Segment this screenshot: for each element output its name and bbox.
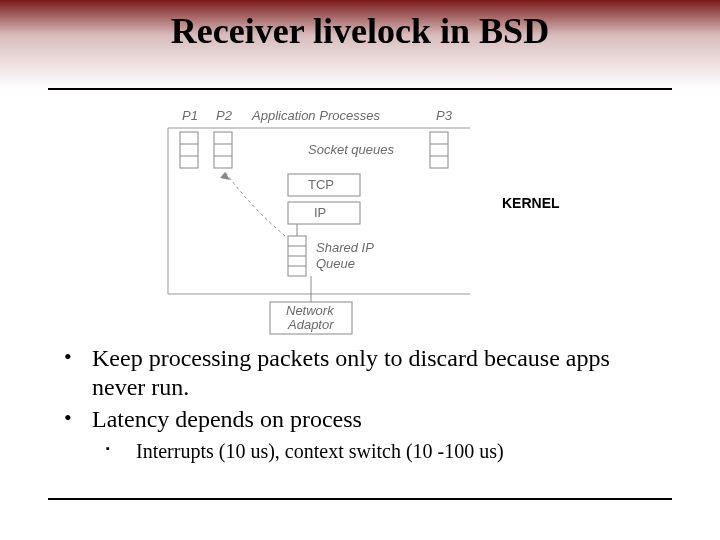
- label-p1: P1: [182, 108, 198, 123]
- label-tcp: TCP: [308, 177, 334, 192]
- bullet-item: Keep processing packets only to discard …: [58, 344, 668, 403]
- slide-header: Receiver livelock in BSD: [0, 0, 720, 88]
- kernel-diagram: P1 P2 Application Processes P3: [130, 106, 590, 336]
- slide: Receiver livelock in BSD P1 P2 Applicati…: [0, 0, 720, 540]
- label-app-processes: Application Processes: [251, 108, 380, 123]
- label-adaptor: Adaptor: [287, 317, 334, 332]
- label-p2: P2: [216, 108, 233, 123]
- slide-title: Receiver livelock in BSD: [0, 10, 720, 52]
- label-kernel: KERNEL: [502, 195, 560, 211]
- dashed-arrow: [220, 172, 285, 236]
- label-queue: Queue: [316, 256, 355, 271]
- svg-rect-6: [214, 132, 232, 168]
- shared-ip-queue: [288, 236, 306, 276]
- bottom-divider: [48, 498, 672, 500]
- svg-rect-3: [180, 132, 198, 168]
- bullet-list: Keep processing packets only to discard …: [58, 344, 668, 464]
- sub-bullet-item: Interrupts (10 us), context switch (10 -…: [58, 438, 668, 464]
- label-p3: P3: [436, 108, 453, 123]
- svg-marker-16: [220, 172, 230, 180]
- label-shared-ip: Shared IP: [316, 240, 374, 255]
- svg-rect-9: [430, 132, 448, 168]
- queue-p1: [180, 132, 198, 168]
- label-network: Network: [286, 303, 335, 318]
- queue-p2: [214, 132, 232, 168]
- queue-p3: [430, 132, 448, 168]
- top-divider: [48, 88, 672, 90]
- label-socket-queues: Socket queues: [308, 142, 395, 157]
- bullet-item: Latency depends on process: [58, 405, 668, 434]
- label-ip: IP: [314, 205, 326, 220]
